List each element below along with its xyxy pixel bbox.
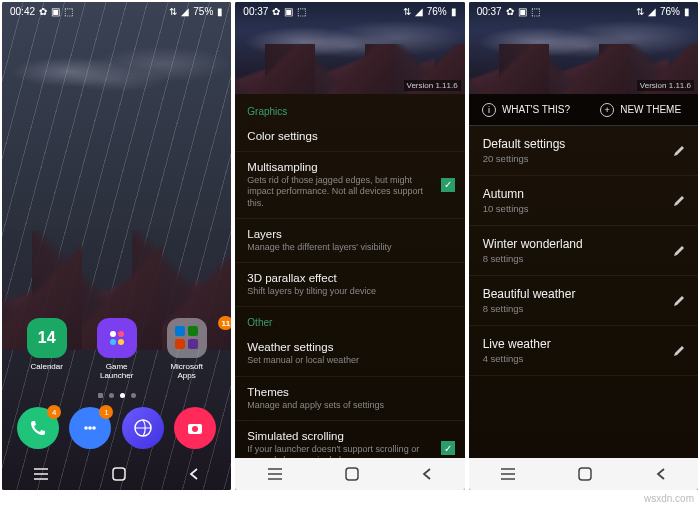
app-calendar[interactable]: 14 Calendar: [21, 318, 73, 380]
info-icon: i: [482, 103, 496, 117]
row-themes[interactable]: Themes Manage and apply sets of settings: [235, 377, 464, 421]
badge: 4: [47, 405, 61, 419]
browser-app[interactable]: [122, 407, 164, 449]
svg-rect-7: [188, 339, 198, 349]
battery-pct: 76%: [427, 6, 447, 17]
svg-rect-15: [346, 468, 358, 480]
version-badge: Version 1.11.6: [637, 80, 694, 91]
theme-count: 10 settings: [483, 203, 684, 214]
themes-toolbar: i WHAT'S THIS? + NEW THEME: [469, 94, 698, 126]
edit-icon[interactable]: [672, 294, 686, 308]
checkbox-checked-icon[interactable]: ✓: [441, 178, 455, 192]
row-title: Layers: [247, 228, 452, 240]
back-button[interactable]: [187, 467, 201, 481]
svg-rect-14: [113, 468, 125, 480]
status-time: 00:37: [477, 6, 502, 17]
recents-button[interactable]: [499, 467, 517, 481]
page-dot-active: [120, 393, 125, 398]
edit-icon[interactable]: [672, 344, 686, 358]
row-multisampling[interactable]: Multisampling Gets rid of those jagged e…: [235, 152, 464, 219]
svg-point-3: [118, 339, 124, 345]
plus-icon: +: [600, 103, 614, 117]
theme-row[interactable]: Default settings 20 settings: [469, 126, 698, 176]
recents-button[interactable]: [266, 467, 284, 481]
app-icon: ▣: [518, 6, 527, 17]
settings-list[interactable]: Graphics Color settings Multisampling Ge…: [235, 94, 464, 458]
wifi-icon: ⇅: [169, 6, 177, 17]
app-icon: ▣: [284, 6, 293, 17]
home-button[interactable]: [111, 466, 127, 482]
settings-icon: ✿: [39, 6, 47, 17]
row-color-settings[interactable]: Color settings: [235, 121, 464, 152]
dock: 4 1: [2, 400, 231, 456]
signal-icon: ◢: [415, 6, 423, 17]
home-button[interactable]: [344, 466, 360, 482]
battery-pct: 76%: [660, 6, 680, 17]
theme-row[interactable]: Beautiful weather 8 settings: [469, 276, 698, 326]
badge: 1: [99, 405, 113, 419]
theme-count: 8 settings: [483, 253, 684, 264]
row-title: Multisampling: [247, 161, 452, 173]
row-title: Weather settings: [247, 341, 452, 353]
status-bar: 00:42 ✿ ▣ ⬚ ⇅ ◢ 75% ▮: [2, 2, 231, 21]
theme-row[interactable]: Winter wonderland 8 settings: [469, 226, 698, 276]
row-subtitle: If your launcher doesn't support scrolli…: [247, 444, 452, 458]
version-badge: Version 1.11.6: [404, 80, 461, 91]
theme-row[interactable]: Autumn 10 settings: [469, 176, 698, 226]
row-layers[interactable]: Layers Manage the different layers' visi…: [235, 219, 464, 263]
settings-icon: ✿: [506, 6, 514, 17]
theme-name: Beautiful weather: [483, 287, 684, 301]
app-label: Calendar: [30, 362, 62, 371]
battery-icon: ▮: [217, 6, 223, 17]
recents-button[interactable]: [32, 467, 50, 481]
svg-point-2: [110, 339, 116, 345]
row-weather-settings[interactable]: Weather settings Set manual or local wea…: [235, 332, 464, 376]
edit-icon[interactable]: [672, 194, 686, 208]
whats-this-button[interactable]: i WHAT'S THIS?: [469, 94, 584, 125]
svg-point-1: [118, 331, 124, 337]
row-title: Simulated scrolling: [247, 430, 452, 442]
app-game-launcher[interactable]: Game Launcher: [91, 318, 143, 380]
row-subtitle: Manage the different layers' visibility: [247, 242, 452, 253]
home-button[interactable]: [577, 466, 593, 482]
row-parallax[interactable]: 3D parallax effect Shift layers by tilti…: [235, 263, 464, 307]
app-microsoft[interactable]: 11 Microsoft Apps: [161, 318, 213, 380]
phone-app[interactable]: 4: [17, 407, 59, 449]
svg-point-13: [192, 426, 198, 432]
game-launcher-icon: [97, 318, 137, 358]
app-icon: ⬚: [64, 6, 73, 17]
battery-icon: ▮: [451, 6, 457, 17]
edit-icon[interactable]: [672, 144, 686, 158]
app-icon: ⬚: [531, 6, 540, 17]
home-screen: 00:42 ✿ ▣ ⬚ ⇅ ◢ 75% ▮ 14 Calendar Game L…: [2, 2, 231, 490]
checkbox-checked-icon[interactable]: ✓: [441, 441, 455, 455]
themes-screen: 00:37 ✿ ▣ ⬚ ⇅ ◢ 76% ▮ Version 1.11.6 i W…: [469, 2, 698, 490]
section-other: Other: [235, 307, 464, 332]
navigation-bar: [469, 458, 698, 490]
edit-icon[interactable]: [672, 244, 686, 258]
messages-app[interactable]: 1: [69, 407, 111, 449]
camera-app[interactable]: [174, 407, 216, 449]
watermark: wsxdn.com: [644, 493, 694, 504]
theme-count: 8 settings: [483, 303, 684, 314]
button-label: WHAT'S THIS?: [502, 104, 570, 115]
status-bar: 00:37 ✿ ▣ ⬚ ⇅ ◢ 76% ▮: [469, 2, 698, 21]
svg-point-0: [110, 331, 116, 337]
page-indicator[interactable]: [2, 393, 231, 398]
theme-row[interactable]: Live weather 4 settings: [469, 326, 698, 376]
status-time: 00:42: [10, 6, 35, 17]
back-button[interactable]: [654, 467, 668, 481]
svg-rect-5: [188, 326, 198, 336]
row-title: Themes: [247, 386, 452, 398]
settings-icon: ✿: [272, 6, 280, 17]
svg-rect-6: [175, 339, 185, 349]
theme-name: Autumn: [483, 187, 684, 201]
section-graphics: Graphics: [235, 96, 464, 121]
settings-screen: 00:37 ✿ ▣ ⬚ ⇅ ◢ 76% ▮ Version 1.11.6 Gra…: [235, 2, 464, 490]
new-theme-button[interactable]: + NEW THEME: [583, 94, 698, 125]
svg-point-9: [89, 426, 93, 430]
themes-list[interactable]: Default settings 20 settings Autumn 10 s…: [469, 126, 698, 458]
row-simulated-scrolling[interactable]: Simulated scrolling If your launcher doe…: [235, 421, 464, 458]
back-button[interactable]: [420, 467, 434, 481]
folder-icon: 11: [167, 318, 207, 358]
